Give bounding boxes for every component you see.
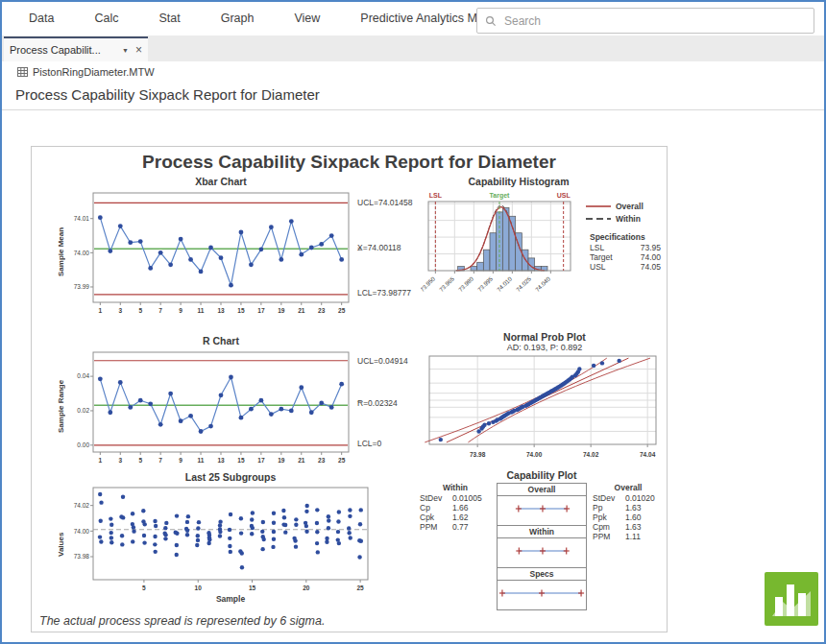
- specs-interval: [498, 581, 586, 606]
- svg-text:25: 25: [338, 307, 346, 314]
- svg-text:73.980: 73.980: [457, 274, 475, 293]
- svg-text:5: 5: [142, 584, 146, 591]
- svg-text:25: 25: [338, 457, 346, 464]
- spec-row: LSL73.95: [590, 243, 661, 252]
- tab-label: Process Capabilit...: [10, 44, 120, 56]
- menu-item-stat[interactable]: Stat: [158, 12, 180, 25]
- menu-item-view[interactable]: View: [294, 12, 320, 25]
- histogram-canvas: LSLUSLTarget73.95073.96573.98073.99574.0…: [421, 188, 578, 311]
- within-stat-row: PPM0.77: [418, 522, 493, 532]
- app-window: Data Calc Stat Graph View Predictive Ana…: [0, 0, 826, 644]
- overall-stat-row: Pp1.63: [591, 503, 666, 513]
- interval-specs-header: Specs: [498, 567, 586, 581]
- svg-text:17: 17: [257, 457, 265, 464]
- svg-text:73.98: 73.98: [470, 451, 486, 458]
- svg-text:74.00: 74.00: [526, 451, 543, 458]
- r-chart-panel[interactable]: R Chart Sample Range 0.040.020.001357911…: [57, 335, 429, 465]
- overall-line-sample: [586, 203, 611, 209]
- svg-text:0.04: 0.04: [77, 372, 89, 379]
- last-25-subgroups-panel[interactable]: Last 25 Subgroups Values 74.0274.0073.98…: [57, 471, 374, 605]
- search-input[interactable]: [502, 13, 814, 29]
- prob-plot-subtitle: AD: 0.193, P: 0.892: [424, 343, 666, 352]
- capability-plot-panel[interactable]: Capability Plot Within StDev0.01005Cp1.6…: [418, 469, 666, 610]
- menu-item-data[interactable]: Data: [29, 12, 54, 25]
- svg-text:11: 11: [198, 307, 205, 314]
- svg-text:15: 15: [237, 457, 245, 464]
- svg-text:USL: USL: [557, 192, 571, 199]
- prob-plot-title: Normal Prob Plot: [424, 331, 666, 343]
- tab-close-icon[interactable]: ×: [135, 45, 142, 55]
- svg-text:20: 20: [303, 584, 310, 591]
- tab-process-capability[interactable]: Process Capabilit... ▼ ×: [4, 36, 148, 61]
- within-stats-title: Within: [418, 483, 493, 492]
- minitab-logo-icon[interactable]: [765, 572, 818, 626]
- svg-text:0.00: 0.00: [77, 441, 89, 448]
- overall-stat-row: Cpm1.63: [591, 522, 666, 532]
- overall-stats-title: Overall: [591, 483, 666, 492]
- within-line-sample: [586, 216, 611, 222]
- xbar-ucl-label: UCL=74.01458: [357, 198, 412, 207]
- report-title: Process Capability Sixpack Report for Di…: [32, 152, 667, 173]
- menu-item-graph[interactable]: Graph: [221, 12, 255, 25]
- tab-strip: Process Capabilit... ▼ ×: [2, 36, 824, 61]
- svg-text:Sample: Sample: [216, 594, 246, 604]
- svg-text:23: 23: [318, 307, 326, 314]
- within-interval: [498, 538, 586, 563]
- within-stat-row: StDev0.01005: [418, 493, 493, 503]
- svg-text:74.02: 74.02: [583, 451, 599, 458]
- xbar-ylabel: Sample Mean: [57, 188, 68, 315]
- xbar-center-label: =X=74.00118: [357, 243, 401, 252]
- svg-text:21: 21: [298, 457, 305, 464]
- r-ucl-label: UCL=0.04914: [357, 356, 408, 366]
- worksheet-grid-icon: [17, 67, 28, 77]
- menu-item-calc[interactable]: Calc: [94, 12, 118, 25]
- svg-text:74.025: 74.025: [515, 274, 533, 293]
- svg-text:23: 23: [318, 457, 326, 464]
- svg-text:3: 3: [118, 457, 122, 464]
- svg-text:0.02: 0.02: [77, 407, 89, 414]
- within-stats-block: Within StDev0.01005Cp1.66Cpk1.62PPM0.77: [418, 483, 493, 532]
- svg-text:10: 10: [195, 584, 203, 591]
- svg-text:13: 13: [217, 457, 225, 464]
- svg-text:74.04: 74.04: [640, 451, 656, 458]
- svg-text:13: 13: [217, 307, 225, 314]
- svg-text:9: 9: [179, 457, 182, 464]
- svg-text:74.00: 74.00: [74, 528, 90, 535]
- svg-text:19: 19: [278, 457, 285, 464]
- overall-interval: [498, 496, 586, 521]
- svg-text:25: 25: [357, 584, 365, 591]
- overall-stat-row: Ppk1.60: [591, 513, 666, 522]
- svg-text:73.98: 73.98: [74, 553, 90, 560]
- capability-histogram-panel[interactable]: Capability Histogram LSLUSLTarget73.9507…: [421, 176, 663, 311]
- svg-text:15: 15: [237, 307, 245, 314]
- svg-text:17: 17: [257, 307, 265, 314]
- report-footnote: The actual process spread is represented…: [39, 614, 325, 628]
- xbar-lcl-label: LCL=73.98777: [357, 288, 411, 298]
- last25-ylabel: Values: [57, 484, 68, 605]
- xbar-chart-panel[interactable]: Xbar Chart Sample Mean 74.0174.0073.9913…: [57, 176, 429, 315]
- r-chart-ylabel: Sample Range: [57, 347, 68, 465]
- r-chart-title: R Chart: [93, 335, 349, 346]
- svg-text:21: 21: [298, 307, 305, 314]
- r-lcl-label: LCL=0: [357, 439, 381, 448]
- svg-text:15: 15: [249, 584, 256, 591]
- within-stat-row: Cp1.66: [418, 503, 493, 513]
- svg-text:73.965: 73.965: [438, 274, 456, 293]
- overall-stat-row: PPM1.11: [591, 532, 666, 541]
- specifications-title: Specifications: [590, 232, 661, 242]
- xbar-chart-title: Xbar Chart: [93, 176, 349, 187]
- r-chart-canvas: 0.040.020.00135791113151719212325: [68, 347, 352, 465]
- legend-overall-label: Overall: [616, 202, 644, 211]
- svg-text:Target: Target: [490, 192, 511, 200]
- svg-text:19: 19: [278, 307, 285, 314]
- svg-text:1: 1: [99, 307, 103, 314]
- svg-text:74.040: 74.040: [534, 274, 552, 293]
- worksheet-link[interactable]: PistonRingDiameter.MTW: [17, 66, 155, 78]
- overall-stat-row: StDev0.01020: [591, 493, 666, 503]
- svg-text:73.99: 73.99: [74, 283, 90, 290]
- sixpack-report-graph[interactable]: Process Capability Sixpack Report for Di…: [31, 146, 668, 632]
- normal-prob-plot-panel[interactable]: Normal Prob Plot AD: 0.193, P: 0.892 73.…: [424, 331, 666, 464]
- tab-dropdown-caret-icon[interactable]: ▼: [122, 47, 129, 54]
- capability-intervals-column: Overall Within Specs: [497, 483, 587, 610]
- search-box[interactable]: [476, 8, 814, 34]
